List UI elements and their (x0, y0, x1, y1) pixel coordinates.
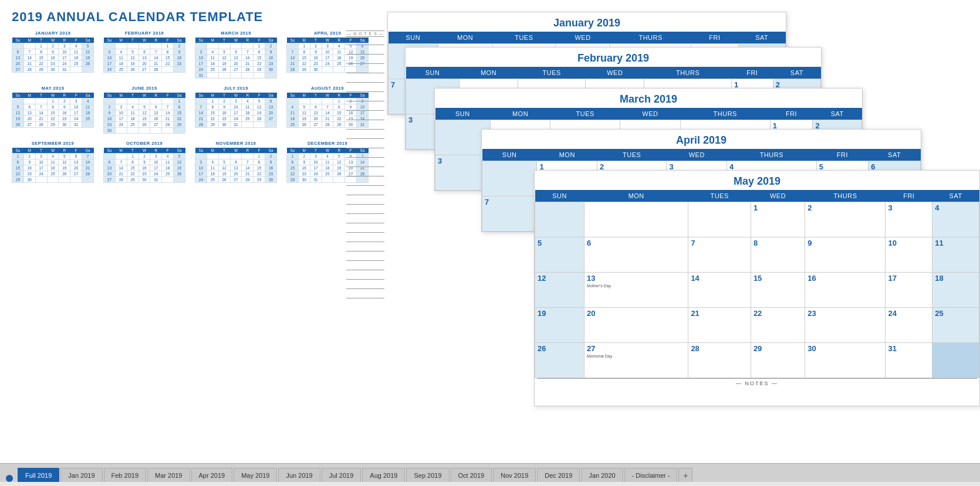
table-cell: 24 (230, 116, 242, 122)
col-thurs: THURS (727, 149, 817, 161)
table-cell: 11 (115, 55, 127, 61)
table-cell: 2 (298, 154, 310, 159)
table-cell: 7 (35, 104, 47, 110)
table-cell: 26 (127, 67, 138, 73)
table-cell: 15 (287, 165, 299, 171)
tab-apr-2019[interactable]: Apr 2019 (191, 468, 233, 482)
table-cell: 3 (104, 49, 116, 55)
table-cell: 24 (310, 171, 322, 177)
tab-nov-2019[interactable]: Nov 2019 (493, 468, 536, 482)
table-cell: 17 (59, 55, 70, 61)
table-cell: 30 (138, 177, 150, 183)
table-cell: 10 (70, 104, 82, 110)
table-cell: 1 (254, 154, 265, 159)
table-cell (104, 43, 116, 49)
tab-disclaimer[interactable]: - Disclaimer - (624, 468, 678, 482)
table-cell: 2 (265, 43, 277, 49)
table-cell: 24 (150, 171, 162, 177)
table-cell (688, 202, 751, 237)
small-cal-january-2019: JANUARY 2019SuMTWRFSa1234567891011121314… (12, 30, 94, 79)
table-cell (333, 67, 345, 73)
table-cell: 13 (150, 110, 162, 116)
tab-jan-2020[interactable]: Jan 2020 (581, 468, 623, 482)
col-header: M (23, 148, 35, 154)
col-sat: SAT (773, 67, 820, 79)
tab-jan-2019[interactable]: Jan 2019 (60, 468, 102, 482)
table-cell (138, 98, 150, 104)
table-cell (70, 67, 82, 73)
tab-aug-2019[interactable]: Aug 2019 (362, 468, 405, 482)
table-cell (298, 98, 310, 104)
small-cal-title: MAY 2019 (12, 86, 94, 91)
tab-feb-2019[interactable]: Feb 2019 (104, 468, 146, 482)
table-cell: 18 (333, 55, 345, 61)
table-cell (322, 67, 333, 73)
col-sat: SAT (813, 108, 862, 120)
table-row: 5 6 7 8 9 10 11 (535, 237, 979, 273)
add-sheet-button[interactable]: + (678, 468, 692, 482)
table-cell: 16 (265, 165, 277, 171)
col-wed: WED (667, 149, 727, 161)
table-cell: 30 (47, 67, 59, 73)
table-cell: 31 (886, 343, 932, 378)
tab-jun-2019[interactable]: Jun 2019 (278, 468, 320, 482)
table-cell: 15 (162, 55, 174, 61)
tab-may-2019[interactable]: May 2019 (234, 468, 277, 482)
table-cell: 18 (47, 165, 59, 171)
table-cell: 4 (333, 43, 345, 49)
col-header: M (207, 38, 218, 43)
may-header: May 2019 (535, 171, 979, 190)
table-cell: 5 (174, 154, 185, 159)
table-cell: 1 (298, 43, 310, 49)
col-tues: TUES (597, 149, 667, 161)
table-cell (127, 43, 138, 49)
col-wed: WED (751, 190, 805, 202)
note-line (346, 141, 384, 148)
col-header: W (47, 38, 59, 43)
table-cell: 16 (174, 55, 185, 61)
tab-jul-2019[interactable]: Jul 2019 (322, 468, 361, 482)
table-cell: 11 (242, 104, 254, 110)
table-cell (482, 161, 537, 196)
tab-dec-2019[interactable]: Dec 2019 (537, 468, 580, 482)
table-cell: 10 (195, 165, 207, 171)
table-cell: 26 (333, 171, 345, 177)
col-header: W (138, 148, 150, 154)
note-line (346, 169, 384, 176)
table-cell: 12 (12, 110, 24, 116)
table-cell (47, 177, 59, 183)
col-header: R (333, 148, 345, 154)
table-cell: 7 (162, 104, 174, 110)
table-cell: 16 (23, 165, 35, 171)
table-cell: 14 (115, 165, 127, 171)
table-cell (310, 98, 322, 104)
table-cell: 24 (195, 177, 207, 183)
table-cell: 6 (70, 154, 82, 159)
table-cell: 3 (35, 154, 47, 159)
table-cell: 17 (115, 116, 127, 122)
table-cell: 4 (82, 98, 94, 104)
col-header: W (138, 93, 150, 98)
tab-mar-2019[interactable]: Mar 2019 (147, 468, 190, 482)
col-header: M (298, 93, 310, 98)
note-line (346, 207, 384, 214)
table-cell: 22 (127, 171, 138, 177)
table-cell: 18 (115, 61, 127, 67)
table-cell: 25 (207, 67, 218, 73)
tab-sep-2019[interactable]: Sep 2019 (406, 468, 449, 482)
table-cell: 11 (322, 159, 333, 165)
table-cell: 25 (127, 122, 138, 128)
col-thurs: THURS (610, 32, 691, 44)
col-header: T (127, 148, 138, 154)
tab-oct-2019[interactable]: Oct 2019 (451, 468, 492, 482)
table-cell (254, 73, 265, 79)
col-header: Su (287, 38, 299, 43)
table-cell: 2 (805, 202, 886, 237)
tab-full-2019[interactable]: Full 2019 (18, 468, 59, 482)
table-cell: 8 (174, 104, 185, 110)
large-cal-may: May 2019 SUN MON TUES WED THURS FRI SAT (534, 170, 980, 406)
col-header: F (254, 93, 265, 98)
table-cell: 27 (310, 122, 322, 128)
col-fri: FRI (816, 149, 869, 161)
table-cell: 14 (82, 159, 94, 165)
